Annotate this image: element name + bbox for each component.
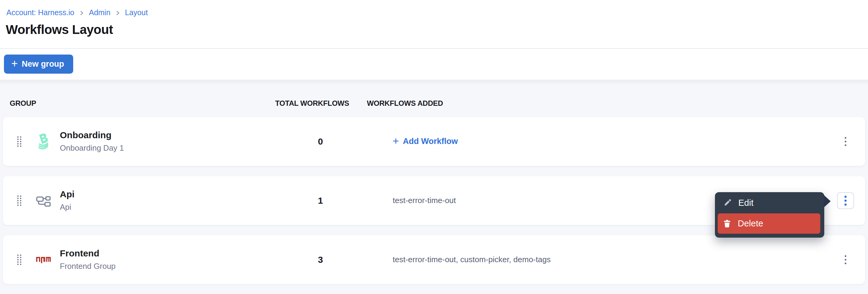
breadcrumb-layout-link[interactable]: Layout xyxy=(125,8,148,17)
pencil-icon xyxy=(723,199,731,207)
row-context-menu: Edit Delete xyxy=(715,192,824,237)
breadcrumb: Account: Harness.io Admin Layout xyxy=(6,8,148,17)
chevron-right-icon xyxy=(116,11,120,15)
menu-item-edit[interactable]: Edit xyxy=(715,192,824,213)
grip-dots-icon xyxy=(17,136,22,147)
group-row-onboarding: Onboarding Onboarding Day 1 0 + Add Work… xyxy=(3,117,865,166)
total-workflows-value: 0 xyxy=(281,117,360,166)
drag-handle[interactable] xyxy=(17,235,22,284)
workflows-added-value: test-error-time-out, custom-picker, demo… xyxy=(393,235,551,284)
workflows-layout-page: Account: Harness.io Admin Layout Workflo… xyxy=(0,0,868,294)
group-description: Frontend Group xyxy=(60,262,116,271)
plus-icon: + xyxy=(11,58,18,69)
menu-edit-label: Edit xyxy=(738,198,753,208)
workflows-added-cell: + Add Workflow xyxy=(393,117,458,166)
kebab-dots-icon xyxy=(844,255,847,265)
total-workflows-value: 3 xyxy=(281,235,360,284)
workflows-added-value: test-error-time-out xyxy=(393,176,456,225)
kebab-dots-icon xyxy=(844,195,847,206)
add-workflow-link[interactable]: + Add Workflow xyxy=(393,137,458,146)
header-divider xyxy=(0,48,868,49)
kebab-dots-icon xyxy=(844,137,847,146)
group-name-cell: Onboarding Onboarding Day 1 xyxy=(60,117,124,166)
workflow-tree-icon xyxy=(34,176,53,225)
group-name-cell: Frontend Frontend Group xyxy=(60,235,116,284)
onboarding-stack-logo-icon xyxy=(34,117,53,166)
column-header-total-workflows: TOTAL WORKFLOWS xyxy=(275,99,349,108)
breadcrumb-admin-link[interactable]: Admin xyxy=(89,8,111,17)
new-group-button[interactable]: + New group xyxy=(4,54,73,74)
grip-dots-icon xyxy=(17,254,22,265)
group-row-frontend: Frontend Frontend Group 3 test-error-tim… xyxy=(3,235,865,284)
group-name-cell: Api Api xyxy=(60,176,74,225)
npm-logo-icon xyxy=(34,235,53,284)
row-menu-button[interactable] xyxy=(837,251,854,268)
group-name: Frontend xyxy=(60,248,99,259)
drag-handle[interactable] xyxy=(17,176,22,225)
column-header-workflows-added: WORKFLOWS ADDED xyxy=(367,99,443,108)
new-group-label: New group xyxy=(22,60,64,69)
breadcrumb-account-link[interactable]: Account: Harness.io xyxy=(6,8,74,17)
chevron-right-icon xyxy=(80,11,84,15)
page-title: Workflows Layout xyxy=(6,23,113,37)
group-description: Onboarding Day 1 xyxy=(60,143,124,153)
add-workflow-label: Add Workflow xyxy=(403,137,458,146)
total-workflows-value: 1 xyxy=(281,176,360,225)
menu-delete-label: Delete xyxy=(738,219,763,228)
drag-handle[interactable] xyxy=(17,117,22,166)
group-name: Api xyxy=(60,189,74,199)
menu-arrow xyxy=(824,195,831,208)
group-name: Onboarding xyxy=(60,130,112,140)
row-menu-button[interactable] xyxy=(837,133,854,150)
menu-item-delete[interactable]: Delete xyxy=(718,213,820,234)
group-description: Api xyxy=(60,203,71,212)
workflow-groups-table: GROUP TOTAL WORKFLOWS WORKFLOWS ADDED xyxy=(0,80,868,294)
trash-icon xyxy=(723,220,731,228)
column-header-group: GROUP xyxy=(10,99,36,108)
row-menu-button-open[interactable] xyxy=(837,192,854,209)
grip-dots-icon xyxy=(17,195,22,207)
plus-icon: + xyxy=(393,136,399,146)
